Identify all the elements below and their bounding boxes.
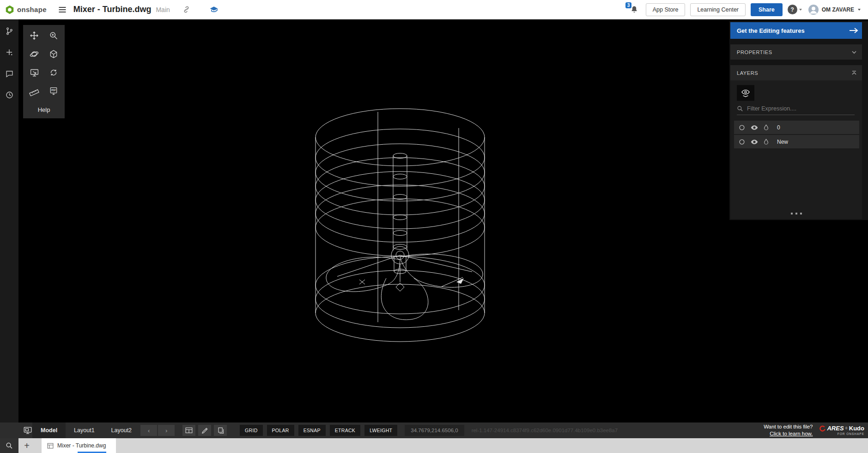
circle-icon[interactable] [739,124,745,131]
file-tab-icon [47,443,54,449]
cursor-coordinates: 34.7679,214.6506,0 [405,425,464,436]
layer-name: 0 [777,124,780,131]
hamburger-menu-icon[interactable] [58,5,67,14]
help-menu[interactable]: ? [788,5,803,14]
comments-icon[interactable] [4,68,14,79]
help-icon: ? [788,5,797,14]
toggle-lweight[interactable]: LWEIGHT [364,425,397,436]
refresh-view-icon[interactable] [46,66,61,80]
chevron-down-icon[interactable] [848,46,860,58]
collapse-up-icon[interactable] [848,67,860,79]
right-panel: Get the Editing features PROPERTIES LAYE… [729,21,868,220]
notifications-bell-icon[interactable]: 3 [630,5,639,14]
next-sheet-button[interactable]: › [158,425,175,436]
measure-ruler-icon[interactable] [26,84,42,98]
ares-kudo-app: onshape Mixer - Turbine.dwg Main 3 App S… [0,0,868,453]
markup-pen-icon[interactable] [198,425,211,436]
chevron-down-icon [798,7,803,12]
new-tab-button[interactable]: + [18,438,35,453]
app-store-button[interactable]: App Store [646,3,686,16]
layer-name: New [777,139,788,145]
pdf-export-icon[interactable]: PDF [46,84,61,98]
toggle-polar[interactable]: POLAR [267,425,294,436]
top-header: onshape Mixer - Turbine.dwg Main 3 App S… [0,0,868,19]
layer-row[interactable]: New [734,135,859,148]
status-bar: Model Layout1 Layout2 ‹ › GRID POLAR ESN… [0,422,868,438]
pan-icon[interactable] [26,29,42,43]
sheet-tab-layout1[interactable]: Layout1 [66,422,103,438]
ares-kudo-logo: ARES ® Kudo FOR ONSHAPE [819,425,864,436]
user-name: OM ZAVARE [822,6,854,13]
help-button[interactable]: Help [26,103,61,116]
edit-cta: Want to edit this file? Click to learn h… [764,423,813,437]
droplet-icon[interactable] [764,139,769,145]
prev-sheet-button[interactable]: ‹ [140,425,157,436]
insert-plus-icon[interactable] [4,47,14,57]
onshape-logo-icon [5,5,15,15]
toggle-grid[interactable]: GRID [240,425,262,436]
onshape-logo-text: onshape [17,6,47,13]
panel-resize-handle[interactable] [791,213,802,214]
drafting-toggles: GRID POLAR ESNAP ETRACK LWEIGHT [240,425,397,436]
zoom-icon[interactable] [46,29,61,43]
layer-states-button[interactable] [737,85,754,101]
file-tab-active[interactable]: Mixer - Turbine.dwg [42,438,116,453]
panels-icon[interactable] [182,425,195,436]
file-tab-label: Mixer - Turbine.dwg [57,442,106,449]
learn-how-link[interactable]: Click to learn how. [770,431,813,436]
circle-icon[interactable] [739,139,745,145]
avatar-icon [808,4,819,15]
ares-sub-text: FOR ONSHAPE [838,433,864,436]
learning-graduation-cap-icon[interactable] [209,5,219,14]
toggle-etrack[interactable]: ETRACK [330,425,360,436]
get-editing-features-banner[interactable]: Get the Editing features [730,22,862,39]
build-version-text: rel-1.147-24914.c8374f9.c62d60e.0901d77.… [472,428,618,433]
chevron-down-icon [857,7,862,12]
document-title: Mixer - Turbine.dwg [73,5,152,14]
history-clock-icon[interactable] [4,90,14,100]
eye-icon[interactable] [751,139,758,145]
svg-text:PDF: PDF [51,89,56,92]
link-icon[interactable] [182,5,191,14]
layers-section-header[interactable]: LAYERS [730,65,862,80]
arrow-right-icon [848,27,859,34]
header-right: 3 App Store Learning Center Share ? OM Z… [630,3,868,16]
layers-label: LAYERS [737,70,758,76]
edit-prompt-text: Want to edit this file? [764,423,813,430]
search-icon [737,105,743,112]
file-tab-bar: + Mixer - Turbine.dwg [0,438,868,453]
workspace-selector[interactable]: Main [156,6,170,13]
droplet-icon[interactable] [764,124,769,131]
editing-banner-label: Get the Editing features [737,27,805,34]
left-sidebar [0,19,18,422]
properties-section-header[interactable]: PROPERTIES [730,44,862,60]
ares-reg-mark: ® [845,427,848,430]
view-toolbar: PDF Help [23,25,65,118]
fit-screen-icon[interactable] [26,66,42,80]
layer-filter-input[interactable] [747,105,855,112]
viewport-icon[interactable] [23,426,32,435]
toggle-esnap[interactable]: ESNAP [298,425,326,436]
orbit-icon[interactable] [26,47,42,61]
eye-icon[interactable] [751,125,758,130]
version-graph-icon[interactable] [4,26,14,36]
notifications-badge: 3 [625,2,632,8]
search-icon[interactable] [0,438,18,453]
sheet-tab-layout2[interactable]: Layout2 [103,422,140,438]
ares-logo-mark-icon [819,425,826,432]
view-cube-icon[interactable] [46,47,61,61]
sheet-tab-model[interactable]: Model [32,422,66,438]
user-menu[interactable]: OM ZAVARE [808,4,862,15]
layer-filter-row [737,105,855,115]
ares-product-name: Kudo [849,425,864,431]
properties-label: PROPERTIES [737,49,772,55]
ares-brand-name: ARES [827,425,844,431]
learning-center-button[interactable]: Learning Center [690,3,746,16]
status-bar-right: Want to edit this file? Click to learn h… [764,423,868,437]
sheets-stack-icon[interactable] [214,425,227,436]
onshape-logo[interactable]: onshape [5,5,47,15]
layer-row[interactable]: 0 [734,121,859,134]
header-left: onshape Mixer - Turbine.dwg Main [0,5,219,15]
share-button[interactable]: Share [751,3,783,16]
layers-panel-body: 0 New [730,80,862,219]
